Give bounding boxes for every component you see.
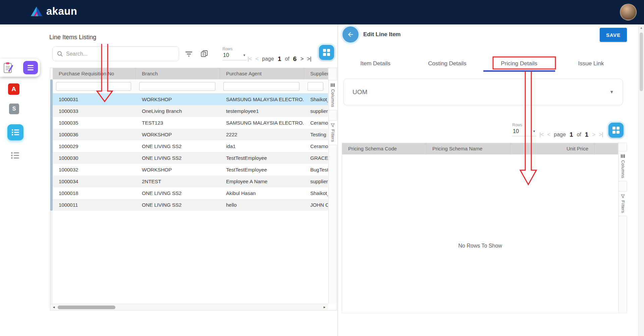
total-pages: 1 xyxy=(585,131,589,138)
next-page-icon[interactable]: > xyxy=(592,131,595,138)
grid-menu-button[interactable] xyxy=(319,45,334,60)
tab-issue-link[interactable]: Issue Link xyxy=(555,57,627,72)
table-cell: 1000034 xyxy=(53,179,136,184)
prev-page-icon[interactable]: < xyxy=(255,56,258,62)
table-cell: 1000011 xyxy=(53,202,136,208)
user-avatar[interactable] xyxy=(620,4,637,20)
tab-costing-details[interactable]: Costing Details xyxy=(411,57,483,72)
columns-panel-button[interactable]: Columns xyxy=(329,80,337,110)
save-button[interactable]: SAVE xyxy=(600,28,627,42)
column-header-pricing-schema-name[interactable]: Pricing Schema Name xyxy=(426,143,511,154)
rows-value: 10 xyxy=(513,128,519,134)
table-cell: 1000030 xyxy=(53,155,136,161)
duplicate-view-button[interactable] xyxy=(199,48,210,59)
clipboard-widget[interactable] xyxy=(0,59,40,77)
back-arrow-icon xyxy=(347,31,354,38)
next-page-icon[interactable]: > xyxy=(300,56,303,62)
chevron-down-icon: ▼ xyxy=(243,54,246,57)
table-cell: OneLiving Branch xyxy=(136,108,220,114)
scroll-up-icon[interactable]: ▲ xyxy=(639,26,644,29)
akaun-logo[interactable]: akaun xyxy=(30,5,77,17)
search-input[interactable] xyxy=(66,51,174,57)
table-row[interactable]: 1000033 OneLiving Branch testemployee1 s… xyxy=(53,105,328,117)
filter-input-purchase-requisition-no[interactable] xyxy=(56,82,131,91)
column-header-supplier[interactable]: Supplier xyxy=(304,68,328,79)
tab-item-details[interactable]: Item Details xyxy=(339,57,411,72)
first-page-icon[interactable]: |< xyxy=(539,131,543,138)
scroll-right-icon[interactable]: ► xyxy=(323,306,326,309)
chevron-down-icon: ▼ xyxy=(533,130,536,133)
page-label: page xyxy=(554,132,566,138)
table-cell: TestTestEmployee xyxy=(220,155,304,161)
table-row[interactable]: 1000011 ONE LIVING SS2 hello JOHN CEN xyxy=(53,199,328,211)
column-header-branch[interactable]: Branch xyxy=(136,68,220,79)
filter-input-branch[interactable] xyxy=(139,82,215,91)
scrollbar-thumb[interactable] xyxy=(50,79,53,211)
table-row[interactable]: 1000034 2NTEST Employee A Name supplier … xyxy=(53,176,328,187)
uom-select[interactable]: UOM ▼ xyxy=(343,79,623,105)
first-page-icon[interactable]: |< xyxy=(248,56,252,62)
table-cell: 1000031 xyxy=(53,96,136,102)
rows-value: 10 xyxy=(223,52,229,58)
column-header-purchase-agent[interactable]: Purchase Agent xyxy=(220,68,304,79)
table-cell: WORKSHOP xyxy=(136,167,220,173)
scroll-left-icon[interactable]: ◄ xyxy=(52,306,55,309)
table-row[interactable]: 1000036 WORKSHOP 2222 Testing 13 xyxy=(53,129,328,140)
table-cell: 1000018 xyxy=(53,190,136,196)
filter-input-purchase-agent[interactable] xyxy=(223,82,300,91)
table-cell: SAMSUNG MALAYSIA ELECTRO... xyxy=(220,96,304,102)
table-cell: Akibul Hasan xyxy=(220,190,304,196)
rows-per-page-select[interactable]: Rows 10 ▼ xyxy=(222,47,247,60)
table-row[interactable]: 1000018 ONE LIVING SS2 Akibul Hasan Shai… xyxy=(53,187,328,199)
table-cell: supplier A xyxy=(304,179,328,184)
sidebar-item-line-items-active[interactable] xyxy=(7,124,23,140)
sidebar-item-sdoc[interactable]: S xyxy=(9,104,19,114)
s-doc-icon: S xyxy=(12,106,16,112)
scrollbar-thumb[interactable] xyxy=(640,32,643,91)
filters-panel-button[interactable]: Filters xyxy=(619,191,627,216)
menu-toggle-button[interactable] xyxy=(23,61,38,74)
last-page-icon[interactable]: >| xyxy=(599,131,603,138)
empty-table-message: No Rows To Show xyxy=(342,243,618,249)
column-header-purchase-requisition-no[interactable]: Purchase Requisition No xyxy=(53,68,136,79)
current-page: 1 xyxy=(570,131,573,138)
sidebar-item-pdf[interactable]: A xyxy=(8,83,19,95)
back-button[interactable] xyxy=(342,26,359,43)
filter-button[interactable] xyxy=(183,49,194,59)
table-row[interactable]: 1000030 ONE LIVING SS2 TestTestEmployee … xyxy=(53,152,328,164)
table-row[interactable]: 1000031 WORKSHOP SAMSUNG MALAYSIA ELECTR… xyxy=(53,93,328,105)
grid-menu-button[interactable] xyxy=(608,123,624,138)
table-cell: Testing 13 xyxy=(304,132,328,137)
columns-icon xyxy=(331,83,335,87)
last-page-icon[interactable]: >| xyxy=(307,56,311,62)
table-cell: Employee A Name xyxy=(220,179,304,184)
column-header-unit-price[interactable]: Unit Price xyxy=(511,143,595,154)
rows-per-page-select[interactable]: Rows 10 ▼ xyxy=(512,123,536,136)
table-cell: ONE LIVING SS2 xyxy=(136,155,220,161)
column-header-pricing-schema-code[interactable]: Pricing Schema Code xyxy=(342,143,426,154)
filters-panel-button[interactable]: Filters xyxy=(329,120,337,145)
table-row[interactable]: 1000029 ONE LIVING SS2 ida1 Ceramo xyxy=(53,140,328,152)
table-cell: Shaikot_t xyxy=(304,190,328,196)
panel-title: Edit Line Item xyxy=(363,31,400,38)
pricing-schema-table: Pricing Schema Code Pricing Schema Name … xyxy=(342,143,627,313)
filters-panel-label: Filters xyxy=(330,129,335,142)
rows-label: Rows xyxy=(512,123,536,127)
grid-icon xyxy=(323,49,330,56)
filter-input-supplier[interactable] xyxy=(308,82,323,91)
table-cell: JOHN CEN xyxy=(304,202,328,208)
horizontal-scrollbar[interactable]: ◄ ► xyxy=(50,304,328,310)
table-row[interactable]: 1000035 TEST123 SAMSUNG MALAYSIA ELECTRO… xyxy=(53,117,328,129)
chevron-down-icon: ▼ xyxy=(609,89,614,94)
akaun-logo-icon xyxy=(30,6,43,17)
columns-panel-button[interactable]: Columns xyxy=(619,151,627,181)
table-cell: ida1 xyxy=(220,143,304,149)
table-row[interactable]: 1000032 WORKSHOP TestTestEmployee BugTes… xyxy=(53,164,328,176)
grid-icon xyxy=(612,127,620,134)
vertical-scrollbar[interactable] xyxy=(50,79,53,304)
scrollbar-thumb[interactable] xyxy=(58,306,115,309)
prev-page-icon[interactable]: < xyxy=(547,131,550,138)
page-scrollbar[interactable]: ▲ xyxy=(638,24,644,336)
tab-pricing-details[interactable]: Pricing Details xyxy=(483,57,555,72)
sidebar-item-list[interactable] xyxy=(10,151,20,160)
